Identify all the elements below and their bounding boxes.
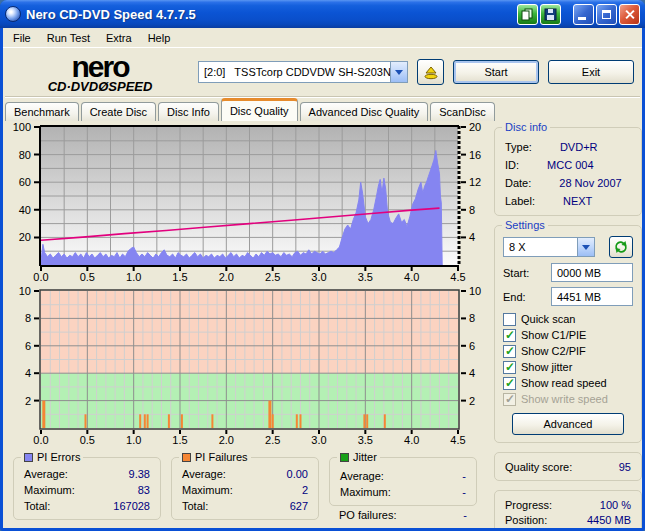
po-failures-row: PO failures:- [329, 506, 477, 521]
svg-text:6: 6 [469, 340, 475, 352]
checkbox-box [503, 377, 516, 390]
disc-quality-page: 20406080100481216200.00.51.01.52.02.53.0… [3, 121, 642, 528]
end-input[interactable]: 4451 MB [551, 287, 633, 306]
minimize-button[interactable] [573, 4, 594, 25]
pi-errors-chart: 20406080100481216200.00.51.01.52.02.53.0… [3, 121, 490, 287]
checkbox-show-c2-pif[interactable]: Show C2/PIF [503, 343, 633, 359]
disc-info-row: Type:DVD+R [503, 138, 633, 156]
svg-text:12: 12 [469, 176, 481, 188]
svg-text:80: 80 [19, 149, 31, 161]
progress-panel: Progress:100 % Position:4450 MB Speed:8.… [494, 490, 642, 528]
quality-score-panel: Quality score:95 [494, 452, 642, 481]
menu-extra[interactable]: Extra [98, 29, 140, 47]
settings-panel: Settings 8 X [494, 225, 642, 443]
tab-benchmark[interactable]: Benchmark [5, 102, 79, 121]
tab-create-disc[interactable]: Create Disc [81, 102, 156, 121]
quality-score-label: Quality score: [505, 461, 572, 473]
svg-text:10: 10 [469, 287, 481, 297]
stat-row: Maximum:2 [180, 482, 310, 498]
eject-button[interactable] [417, 59, 444, 85]
svg-text:3.0: 3.0 [311, 434, 326, 445]
refresh-icon [614, 240, 628, 254]
svg-text:0.0: 0.0 [33, 434, 48, 445]
maximize-icon [602, 10, 611, 19]
checkbox-box [503, 329, 516, 342]
progress-row: Position:4450 MB [503, 512, 633, 527]
svg-text:20: 20 [469, 121, 481, 133]
tab-advanced-disc-quality[interactable]: Advanced Disc Quality [300, 102, 429, 121]
save-icon [544, 8, 557, 21]
menu-run-test[interactable]: Run Test [39, 29, 98, 47]
svg-text:10: 10 [19, 287, 31, 297]
checkbox-show-jitter[interactable]: Show jitter [503, 359, 633, 375]
close-icon [624, 9, 635, 20]
drive-select-dropdown-button[interactable] [390, 62, 407, 82]
exit-button[interactable]: Exit [548, 60, 634, 84]
tab-scandisc[interactable]: ScanDisc [430, 102, 494, 121]
disc-info-panel: Disc info Type:DVD+R ID:MCC 004 Date:28 … [494, 127, 642, 216]
checkbox-show-c1-pie[interactable]: Show C1/PIE [503, 327, 633, 343]
svg-text:3.5: 3.5 [358, 271, 373, 283]
pi-failures-legend-swatch [182, 453, 191, 462]
checkbox-box [503, 345, 516, 358]
svg-text:4.0: 4.0 [404, 271, 419, 283]
jitter-stats: Jitter Average:- Maximum:- [329, 457, 477, 506]
svg-text:2: 2 [469, 395, 475, 407]
svg-text:2.0: 2.0 [219, 434, 234, 445]
svg-text:100: 100 [13, 121, 31, 133]
start-label: Start: [503, 267, 529, 279]
svg-text:2.5: 2.5 [265, 271, 280, 283]
eject-icon [423, 65, 439, 80]
jitter-legend-swatch [340, 453, 349, 462]
advanced-button[interactable]: Advanced [512, 413, 624, 435]
svg-text:1.0: 1.0 [126, 434, 141, 445]
titlebar[interactable]: Nero CD-DVD Speed 4.7.7.5 [0, 0, 645, 28]
stat-row: Maximum:83 [22, 482, 152, 498]
svg-text:2.0: 2.0 [219, 271, 234, 283]
charts-column: 20406080100481216200.00.51.01.52.02.53.0… [3, 121, 490, 528]
refresh-button[interactable] [609, 236, 633, 258]
speed-select[interactable]: 8 X [503, 237, 595, 257]
speed-select-dropdown-button[interactable] [577, 238, 594, 256]
end-label: End: [503, 291, 526, 303]
progress-row: Progress:100 % [503, 497, 633, 512]
disc-info-row: Label:NEXT [503, 192, 633, 210]
svg-text:60: 60 [19, 176, 31, 188]
stat-row: Total:167028 [22, 498, 152, 514]
close-button[interactable] [619, 4, 640, 25]
tab-disc-info[interactable]: Disc Info [158, 102, 219, 121]
stats-row: PI Errors Average:9.38 Maximum:83 Total:… [3, 449, 490, 528]
svg-text:1.0: 1.0 [126, 271, 141, 283]
tab-strip: Benchmark Create Disc Disc Info Disc Qua… [3, 98, 642, 121]
app-window: Nero CD-DVD Speed 4.7.7.5 File Run Test … [0, 0, 645, 531]
checkbox-quick-scan[interactable]: Quick scan [503, 311, 633, 327]
svg-text:4.5: 4.5 [450, 434, 465, 445]
checkbox-box [503, 313, 516, 326]
svg-text:2: 2 [25, 395, 31, 407]
right-panel: Disc info Type:DVD+R ID:MCC 004 Date:28 … [490, 121, 642, 528]
svg-text:40: 40 [19, 204, 31, 216]
svg-text:1.5: 1.5 [172, 434, 187, 445]
speed-select-value: 8 X [504, 241, 577, 253]
checkbox-show-read-speed[interactable]: Show read speed [503, 375, 633, 391]
svg-text:2.5: 2.5 [265, 434, 280, 445]
svg-text:4.5: 4.5 [450, 271, 465, 283]
copy-button[interactable] [517, 4, 538, 25]
save-button[interactable] [540, 4, 561, 25]
drive-select[interactable]: [2:0] TSSTcorp CDDVDW SH-S203N SB01 [198, 61, 408, 83]
disc-info-row: Date:28 Nov 2007 [503, 174, 633, 192]
tab-disc-quality[interactable]: Disc Quality [221, 98, 298, 121]
svg-text:1.5: 1.5 [172, 271, 187, 283]
minimize-icon [578, 17, 586, 20]
window-title: Nero CD-DVD Speed 4.7.7.5 [26, 7, 517, 22]
client-area: File Run Test Extra Help nero CD·DVDØSPE… [3, 28, 642, 528]
start-input[interactable]: 0000 MB [551, 263, 633, 282]
start-button[interactable]: Start [453, 60, 539, 84]
maximize-button[interactable] [596, 4, 617, 25]
menu-help[interactable]: Help [140, 29, 179, 47]
chevron-down-icon [395, 70, 403, 75]
checkbox-show-write-speed: Show write speed [503, 391, 633, 407]
pi-failures-chart: 2244668810100.00.51.01.52.02.53.03.54.04… [3, 287, 490, 449]
menu-file[interactable]: File [5, 29, 39, 47]
pi-failures-stats: PI Failures Average:0.00 Maximum:2 Total… [171, 457, 319, 520]
